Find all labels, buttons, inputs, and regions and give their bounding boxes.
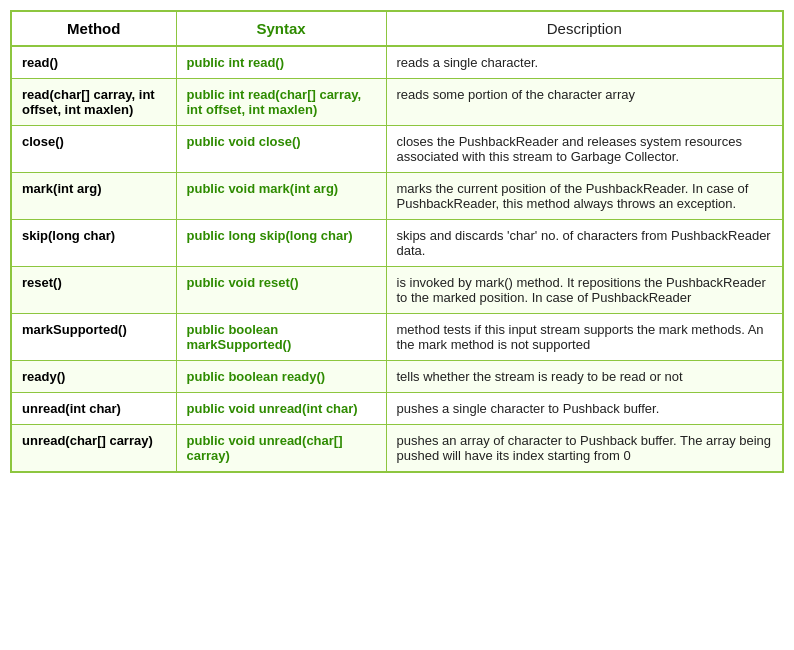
cell-syntax: public boolean markSupported()	[176, 314, 386, 361]
table-row: unread(int char)public void unread(int c…	[11, 393, 783, 425]
cell-syntax: public int read(char[] carray, int offse…	[176, 79, 386, 126]
cell-description: marks the current position of the Pushba…	[386, 173, 783, 220]
cell-method: ready()	[11, 361, 176, 393]
cell-method: close()	[11, 126, 176, 173]
cell-description: is invoked by mark() method. It repositi…	[386, 267, 783, 314]
cell-method: reset()	[11, 267, 176, 314]
cell-syntax: public void close()	[176, 126, 386, 173]
table-row: ready()public boolean ready()tells wheth…	[11, 361, 783, 393]
table-row: skip(long char)public long skip(long cha…	[11, 220, 783, 267]
cell-description: pushes an array of character to Pushback…	[386, 425, 783, 473]
cell-syntax: public void reset()	[176, 267, 386, 314]
cell-description: method tests if this input stream suppor…	[386, 314, 783, 361]
cell-syntax: public boolean ready()	[176, 361, 386, 393]
cell-description: skips and discards 'char' no. of charact…	[386, 220, 783, 267]
cell-description: closes the PushbackReader and releases s…	[386, 126, 783, 173]
cell-syntax: public void unread(int char)	[176, 393, 386, 425]
header-description: Description	[386, 11, 783, 46]
cell-method: skip(long char)	[11, 220, 176, 267]
cell-method: read()	[11, 46, 176, 79]
table-row: mark(int arg)public void mark(int arg)ma…	[11, 173, 783, 220]
table-row: reset()public void reset()is invoked by …	[11, 267, 783, 314]
cell-syntax: public void unread(char[] carray)	[176, 425, 386, 473]
header-method: Method	[11, 11, 176, 46]
cell-syntax: public long skip(long char)	[176, 220, 386, 267]
cell-description: tells whether the stream is ready to be …	[386, 361, 783, 393]
table-row: close()public void close()closes the Pus…	[11, 126, 783, 173]
cell-description: reads a single character.	[386, 46, 783, 79]
cell-method: read(char[] carray, int offset, int maxl…	[11, 79, 176, 126]
cell-method: unread(char[] carray)	[11, 425, 176, 473]
cell-description: pushes a single character to Pushback bu…	[386, 393, 783, 425]
cell-method: mark(int arg)	[11, 173, 176, 220]
header-syntax: Syntax	[176, 11, 386, 46]
table-row: read(char[] carray, int offset, int maxl…	[11, 79, 783, 126]
cell-method: markSupported()	[11, 314, 176, 361]
cell-syntax: public int read()	[176, 46, 386, 79]
cell-description: reads some portion of the character arra…	[386, 79, 783, 126]
methods-table: Method Syntax Description read()public i…	[10, 10, 784, 473]
table-row: unread(char[] carray)public void unread(…	[11, 425, 783, 473]
table-row: read()public int read()reads a single ch…	[11, 46, 783, 79]
table-row: markSupported()public boolean markSuppor…	[11, 314, 783, 361]
cell-method: unread(int char)	[11, 393, 176, 425]
cell-syntax: public void mark(int arg)	[176, 173, 386, 220]
